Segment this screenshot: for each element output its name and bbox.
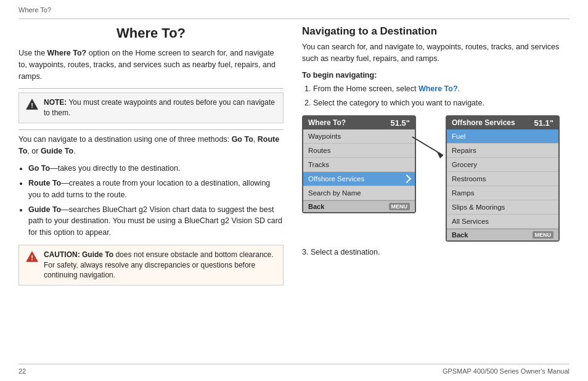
menu-item-routes[interactable]: Routes: [303, 144, 415, 158]
svg-text:!: !: [31, 102, 33, 109]
menu-item-waypoints[interactable]: Waypoints: [303, 129, 415, 144]
screen2-title: Offshore Services: [452, 118, 515, 127]
screens-wrapper: Where To? 51.5" Waypoints Routes Tracks: [302, 115, 560, 242]
list-item-goto: Go To—takes you directly to the destinat…: [28, 163, 284, 174]
methods-list: Go To—takes you directly to the destinat…: [28, 163, 284, 239]
step-2: Select the category to which you want to…: [313, 97, 570, 109]
navigate-text: You can navigate to a destination using …: [18, 134, 284, 157]
page-footer: 22 GPSMAP 400/500 Series Owner's Manual: [18, 364, 570, 375]
menu-item-ramps[interactable]: Ramps: [447, 186, 558, 200]
screen1-bottom: Back MENU: [303, 200, 415, 212]
section-title: Navigating to a Destination: [302, 25, 570, 38]
svg-text:!: !: [31, 253, 33, 261]
page: Where To? Where To? Use the Where To? op…: [0, 0, 588, 381]
list-item-routeto: Route To—creates a route from your locat…: [28, 178, 284, 201]
note-box: ! NOTE: You must create waypoints and ro…: [18, 92, 284, 123]
screen2-value: 51.1": [534, 118, 553, 128]
menu-item-repairs[interactable]: Repairs: [447, 144, 558, 158]
screen-offshore: Offshore Services 51.1" Fuel Repairs Gro…: [446, 115, 560, 242]
section-body: You can search for, and navigate to, way…: [302, 41, 570, 65]
step-1: From the Home screen, select Where To?.: [313, 83, 570, 95]
right-column: Navigating to a Destination You can sear…: [302, 25, 570, 364]
note-divider-bottom: [18, 129, 284, 130]
note-icon: !: [25, 98, 39, 112]
manual-title: GPSMAP 400/500 Series Owner's Manual: [443, 367, 570, 375]
where-to-link[interactable]: Where To?: [419, 84, 458, 93]
content-area: Where To? Use the Where To? option on th…: [18, 25, 570, 364]
subsection-label: To begin navigating:: [302, 71, 570, 80]
step3-text: 3. Select a destination.: [302, 248, 570, 256]
screen1-header: Where To? 51.5": [303, 117, 415, 129]
arrow-svg: [409, 134, 446, 158]
note-text: NOTE: You must create waypoints and rout…: [44, 97, 277, 118]
screen2-back: Back: [452, 231, 468, 239]
screen2-header: Offshore Services 51.1": [447, 117, 558, 129]
list-item-guideto: Guide To—searches BlueChart g2 Vision ch…: [28, 204, 284, 239]
screen1-back: Back: [308, 203, 324, 210]
intro-text: Use the Where To? option on the Home scr…: [18, 47, 284, 82]
menu-item-search-by-name[interactable]: Search by Name: [303, 186, 415, 200]
screen2-bottom: Back MENU: [447, 229, 558, 240]
chevron-icon: [402, 174, 411, 182]
menu-item-grocery[interactable]: Grocery: [447, 158, 558, 172]
page-title: Where To?: [18, 25, 284, 41]
menu-item-offshore-services[interactable]: Offshore Services: [303, 172, 415, 186]
screens-area: Where To? 51.5" Waypoints Routes Tracks: [302, 115, 570, 242]
screen-where-to: Where To? 51.5" Waypoints Routes Tracks: [302, 115, 416, 213]
note-divider-top: [18, 88, 284, 89]
left-column: Where To? Use the Where To? option on th…: [18, 25, 284, 364]
menu-item-tracks[interactable]: Tracks: [303, 158, 415, 172]
caution-icon: !: [25, 250, 39, 264]
caution-box: ! CAUTION: Guide To does not ensure obst…: [18, 245, 284, 285]
screen1-title: Where To?: [308, 118, 346, 127]
top-divider: [18, 18, 570, 19]
screen1-value: 51.5": [391, 118, 410, 128]
svg-line-4: [412, 137, 443, 155]
screen1-menu-badge: MENU: [389, 203, 410, 210]
menu-item-slips-moorings[interactable]: Slips & Moorings: [447, 200, 558, 215]
menu-item-restrooms[interactable]: Restrooms: [447, 172, 558, 186]
breadcrumb: Where To?: [18, 6, 570, 14]
menu-item-all-services[interactable]: All Services: [447, 215, 558, 229]
screen2-menu-badge: MENU: [533, 231, 554, 239]
menu-item-fuel[interactable]: Fuel: [447, 129, 558, 144]
page-number: 22: [18, 367, 26, 375]
steps-list: From the Home screen, select Where To?. …: [313, 83, 570, 109]
caution-text: CAUTION: Guide To does not ensure obstac…: [44, 250, 277, 281]
